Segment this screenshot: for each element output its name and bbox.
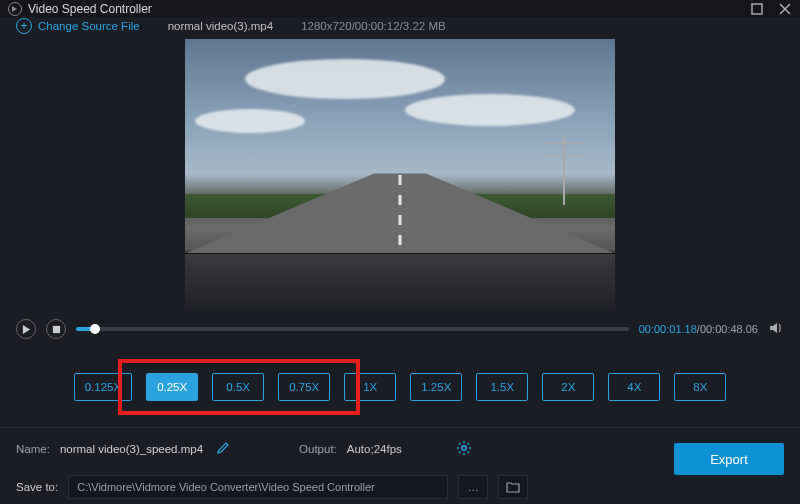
close-button[interactable] xyxy=(778,2,792,16)
open-folder-button[interactable] xyxy=(498,475,528,499)
speed-option-4x[interactable]: 4X xyxy=(608,373,660,401)
change-source-label: Change Source File xyxy=(38,20,140,32)
speed-option-1x[interactable]: 1X xyxy=(344,373,396,401)
progress-thumb[interactable] xyxy=(90,324,100,334)
time-display: 00:00:01.18/00:00:48.06 xyxy=(639,323,758,335)
output-label: Output: xyxy=(299,443,337,455)
footer-name-row: Name: normal video(3)_speed.mp4 Output: … xyxy=(0,428,800,470)
source-file-meta: 1280x720/00:00:12/3.22 MB xyxy=(301,20,446,32)
progress-bar[interactable] xyxy=(76,327,629,331)
total-time: 00:00:48.06 xyxy=(700,323,758,335)
export-button[interactable]: Export xyxy=(674,443,784,475)
current-time: 00:00:01.18 xyxy=(639,323,697,335)
plus-icon: + xyxy=(16,18,32,34)
volume-icon[interactable] xyxy=(768,320,784,339)
window-title: Video Speed Controller xyxy=(28,2,152,16)
speed-option-0-5x[interactable]: 0.5X xyxy=(212,373,264,401)
source-file-name: normal video(3).mp4 xyxy=(168,20,273,32)
saveto-label: Save to: xyxy=(16,481,58,493)
gear-icon[interactable] xyxy=(457,441,471,457)
speed-option-1-5x[interactable]: 1.5X xyxy=(476,373,528,401)
output-name: normal video(3)_speed.mp4 xyxy=(60,443,203,455)
footer-saveto-row: Save to: … xyxy=(0,470,800,504)
svg-point-2 xyxy=(462,446,466,450)
change-source-button[interactable]: + Change Source File xyxy=(16,18,140,34)
speed-option-8x[interactable]: 8X xyxy=(674,373,726,401)
edit-name-icon[interactable] xyxy=(217,442,229,456)
name-label: Name: xyxy=(16,443,50,455)
stop-button[interactable] xyxy=(46,319,66,339)
play-button[interactable] xyxy=(16,319,36,339)
player-controls: 00:00:01.18/00:00:48.06 xyxy=(0,315,800,345)
svg-rect-1 xyxy=(52,326,59,333)
speed-option-0-75x[interactable]: 0.75X xyxy=(278,373,330,401)
speed-option-2x[interactable]: 2X xyxy=(542,373,594,401)
speed-selector: 0.125X0.25X0.5X0.75X1X1.25X1.5X2X4X8X xyxy=(0,345,800,427)
speed-option-0-25x[interactable]: 0.25X xyxy=(146,373,198,401)
toolbar: + Change Source File normal video(3).mp4… xyxy=(0,17,800,35)
speed-option-1-25x[interactable]: 1.25X xyxy=(410,373,462,401)
svg-rect-0 xyxy=(752,4,762,14)
titlebar: Video Speed Controller xyxy=(0,0,800,17)
more-button[interactable]: … xyxy=(458,475,488,499)
preview-area xyxy=(0,35,800,315)
speed-option-0-125x[interactable]: 0.125X xyxy=(74,373,132,401)
saveto-path-input[interactable] xyxy=(68,475,448,499)
maximize-button[interactable] xyxy=(750,2,764,16)
app-logo-icon xyxy=(8,2,22,16)
video-preview[interactable] xyxy=(185,39,615,309)
output-format[interactable]: Auto;24fps xyxy=(347,443,447,455)
